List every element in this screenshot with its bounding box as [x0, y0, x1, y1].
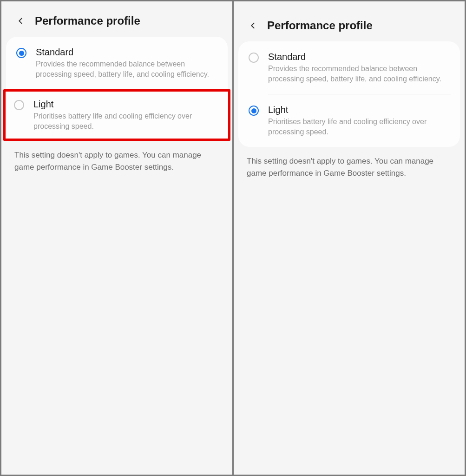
- option-text: Standard Provides the recommended balanc…: [36, 47, 218, 79]
- chevron-left-icon: [17, 17, 25, 25]
- option-standard[interactable]: Standard Provides the recommended balanc…: [238, 41, 460, 94]
- option-title: Light: [268, 105, 451, 115]
- option-text: Light Prioritises battery life and cooli…: [268, 105, 451, 137]
- option-text: Light Prioritises battery life and cooli…: [33, 99, 221, 131]
- option-title: Standard: [36, 47, 218, 58]
- option-standard[interactable]: Standard Provides the recommended balanc…: [6, 37, 228, 89]
- option-title: Light: [33, 99, 221, 110]
- option-desc: Prioritises battery life and cooling eff…: [33, 111, 221, 131]
- radio-light[interactable]: [249, 106, 260, 117]
- radio-light[interactable]: [14, 100, 25, 111]
- page-title: Performance profile: [267, 19, 373, 32]
- highlight-annotation: Light Prioritises battery life and cooli…: [3, 89, 230, 141]
- option-light[interactable]: Light Prioritises battery life and cooli…: [238, 94, 460, 147]
- footer-note: This setting doesn't apply to games. You…: [1, 141, 232, 181]
- option-desc: Provides the recommended balance between…: [36, 59, 218, 79]
- header: Performance profile: [1, 1, 232, 37]
- option-desc: Prioritises battery life and cooling eff…: [268, 117, 451, 137]
- page-title: Performance profile: [35, 14, 140, 27]
- radio-circle-icon: [14, 100, 24, 110]
- radio-dot-icon: [19, 51, 24, 56]
- option-text: Standard Provides the recommended balanc…: [268, 52, 451, 84]
- options-card: Standard Provides the recommended balanc…: [238, 41, 460, 147]
- option-desc: Provides the recommended balance between…: [268, 64, 451, 84]
- radio-standard[interactable]: [249, 53, 260, 64]
- chevron-left-icon: [249, 21, 257, 30]
- header: Performance profile: [234, 1, 465, 41]
- options-card-top: Standard Provides the recommended balanc…: [6, 37, 228, 89]
- screen-left: Performance profile Standard Provides th…: [1, 1, 232, 475]
- back-button[interactable]: [15, 15, 26, 26]
- radio-standard[interactable]: [16, 48, 27, 59]
- option-light[interactable]: Light Prioritises battery life and cooli…: [6, 92, 228, 139]
- radio-circle-icon: [249, 106, 259, 116]
- radio-circle-icon: [249, 53, 259, 63]
- option-title: Standard: [268, 52, 451, 62]
- back-button[interactable]: [248, 20, 259, 31]
- footer-note: This setting doesn't apply to games. You…: [234, 147, 465, 187]
- screen-right: Performance profile Standard Provides th…: [234, 1, 465, 475]
- radio-circle-icon: [16, 48, 26, 58]
- radio-dot-icon: [251, 108, 256, 113]
